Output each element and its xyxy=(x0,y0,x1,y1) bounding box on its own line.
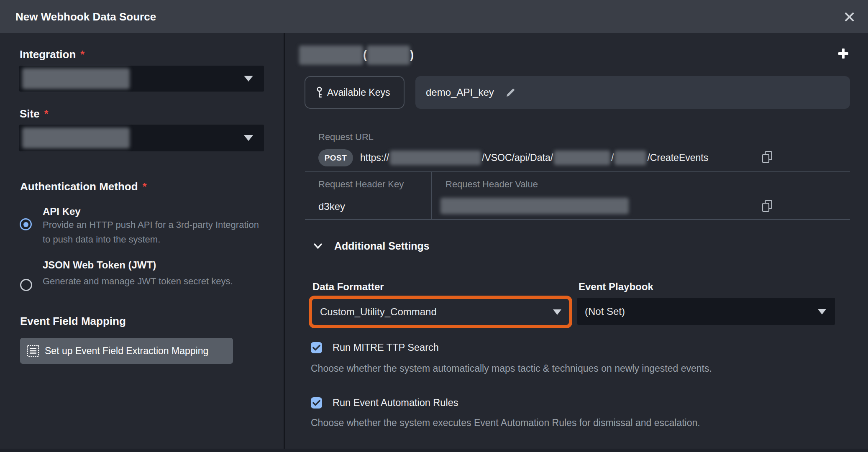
available-keys-label: Available Keys xyxy=(327,87,390,98)
integration-caret-icon xyxy=(244,76,253,82)
request-header-key-value: d3key xyxy=(318,201,345,212)
request-url-value: https:///VSOC/api/Data///CreateEvents xyxy=(360,149,708,166)
radio-jwt[interactable] xyxy=(20,279,32,291)
check-icon xyxy=(312,400,320,406)
api-key-name: demo_API_key xyxy=(426,87,494,98)
setup-event-field-extraction-mapping-button[interactable]: Set up Event Field Extraction Mapping xyxy=(20,338,233,364)
redacted-url-host xyxy=(390,151,481,165)
run-event-automation-rules-checkbox[interactable] xyxy=(311,397,322,409)
run-event-automation-rules-description: Choose whether the system executes Event… xyxy=(311,417,700,429)
run-mitre-ttp-search-label: Run MITRE TTP Search xyxy=(333,342,439,353)
authentication-method-label: Authentication Method xyxy=(20,180,138,193)
event-field-mapping-label: Event Field Mapping xyxy=(20,315,126,328)
data-formatter-highlight: Custom_Utility_Command xyxy=(309,296,572,328)
mapping-button-label: Set up Event Field Extraction Mapping xyxy=(45,345,208,357)
integration-select[interactable] xyxy=(19,66,264,92)
edit-pencil-icon[interactable] xyxy=(505,87,516,98)
api-key-bar: demo_API_key xyxy=(415,76,850,109)
request-url-label: Request URL xyxy=(318,132,374,143)
radio-jwt-description: Generate and manage JWT token secret key… xyxy=(43,274,233,289)
copy-url-icon[interactable] xyxy=(761,151,773,164)
additional-settings-label: Additional Settings xyxy=(334,240,430,252)
http-method-badge: POST xyxy=(318,149,353,166)
event-playbook-value: (Not Set) xyxy=(585,306,625,317)
close-icon[interactable] xyxy=(845,12,854,22)
mapping-table-icon xyxy=(26,344,40,358)
site-label: Site xyxy=(20,107,40,120)
redacted-url-site xyxy=(615,151,646,165)
data-formatter-select[interactable]: Custom_Utility_Command xyxy=(312,299,569,325)
run-mitre-ttp-search-checkbox[interactable] xyxy=(311,342,322,353)
event-playbook-label: Event Playbook xyxy=(579,281,653,293)
divider-header-row xyxy=(305,219,850,220)
dialog-title: New Webhook Data Source xyxy=(15,10,156,23)
site-caret-icon xyxy=(244,135,253,141)
redacted-datasource-id xyxy=(367,46,410,65)
request-header-value-label: Request Header Value xyxy=(446,179,538,190)
redacted-datasource-name xyxy=(299,46,363,65)
bottom-edge xyxy=(0,449,868,452)
integration-label: Integration xyxy=(20,48,76,61)
radio-api-key-description: Provide an HTTP push API for a 3rd-party… xyxy=(43,217,259,247)
available-keys-button[interactable]: Available Keys xyxy=(305,76,405,109)
divider-header-columns xyxy=(431,172,432,220)
radio-api-key[interactable] xyxy=(20,218,32,230)
site-required-mark: * xyxy=(44,108,49,120)
data-formatter-caret-icon xyxy=(553,309,561,315)
authentication-required-mark: * xyxy=(143,181,147,193)
integration-required-mark: * xyxy=(80,49,84,61)
additional-settings-toggle[interactable]: Additional Settings xyxy=(314,240,430,252)
dialog-header: New Webhook Data Source xyxy=(0,0,868,33)
request-header-key-label: Request Header Key xyxy=(318,179,404,190)
redacted-request-header-value xyxy=(440,198,629,214)
redacted-site-value xyxy=(22,128,130,148)
radio-api-key-label: API Key xyxy=(43,206,81,217)
key-icon xyxy=(316,87,323,98)
right-panel: () Available Keys demo_API_key Request U… xyxy=(285,33,868,452)
copy-header-value-icon[interactable] xyxy=(761,199,773,213)
run-event-automation-rules-label: Run Event Automation Rules xyxy=(333,397,458,409)
divider-request-row xyxy=(305,171,850,172)
left-panel: Integration * Site * Authentication Meth… xyxy=(0,33,284,452)
redacted-integration-value xyxy=(22,68,130,89)
event-playbook-select[interactable]: (Not Set) xyxy=(577,298,835,325)
add-icon[interactable] xyxy=(838,49,848,59)
redacted-url-integration xyxy=(554,151,610,165)
check-icon xyxy=(312,345,320,351)
event-playbook-caret-icon xyxy=(818,309,826,314)
data-formatter-label: Data Formatter xyxy=(312,281,384,293)
site-select[interactable] xyxy=(19,125,264,151)
data-formatter-value: Custom_Utility_Command xyxy=(320,306,437,318)
run-mitre-ttp-search-description: Choose whether the system automatically … xyxy=(311,363,712,374)
datasource-title: () xyxy=(299,45,414,65)
chevron-down-icon xyxy=(314,243,322,249)
radio-jwt-label: JSON Web Token (JWT) xyxy=(43,259,156,271)
